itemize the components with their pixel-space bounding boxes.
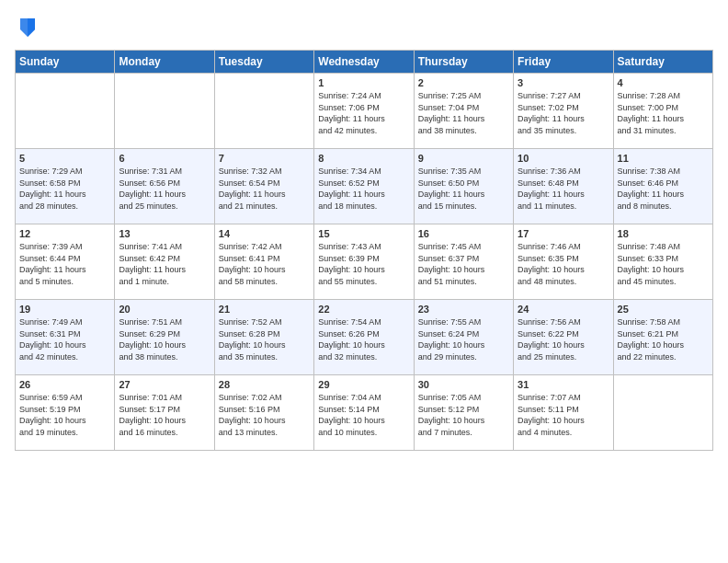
day-info: Sunrise: 7:54 AM Sunset: 6:26 PM Dayligh…: [318, 316, 409, 362]
day-info: Sunrise: 7:55 AM Sunset: 6:24 PM Dayligh…: [418, 316, 509, 362]
day-number: 24: [518, 304, 609, 315]
column-header-saturday: Saturday: [613, 51, 712, 74]
calendar-cell: 16Sunrise: 7:45 AM Sunset: 6:37 PM Dayli…: [414, 224, 513, 300]
day-number: 20: [119, 304, 210, 315]
calendar-cell: 14Sunrise: 7:42 AM Sunset: 6:41 PM Dayli…: [214, 224, 313, 300]
column-header-monday: Monday: [115, 51, 214, 74]
day-info: Sunrise: 7:31 AM Sunset: 6:56 PM Dayligh…: [119, 166, 210, 212]
calendar-cell: 27Sunrise: 7:01 AM Sunset: 5:17 PM Dayli…: [115, 375, 214, 451]
day-info: Sunrise: 7:46 AM Sunset: 6:35 PM Dayligh…: [518, 241, 609, 287]
day-info: Sunrise: 7:42 AM Sunset: 6:41 PM Dayligh…: [219, 241, 310, 287]
day-number: 17: [518, 228, 609, 239]
calendar-cell: 1Sunrise: 7:24 AM Sunset: 7:06 PM Daylig…: [314, 74, 414, 149]
svg-marker-1: [28, 18, 35, 37]
day-info: Sunrise: 7:56 AM Sunset: 6:22 PM Dayligh…: [518, 316, 609, 362]
calendar-cell: 26Sunrise: 6:59 AM Sunset: 5:19 PM Dayli…: [16, 375, 115, 451]
calendar-cell: 6Sunrise: 7:31 AM Sunset: 6:56 PM Daylig…: [115, 149, 214, 224]
day-info: Sunrise: 7:36 AM Sunset: 6:48 PM Dayligh…: [518, 166, 609, 212]
day-number: 30: [418, 379, 509, 390]
day-number: 15: [318, 228, 409, 239]
calendar-cell: [613, 375, 712, 451]
calendar-cell: 22Sunrise: 7:54 AM Sunset: 6:26 PM Dayli…: [314, 300, 414, 375]
header: [15, 15, 713, 40]
day-number: 21: [219, 304, 310, 315]
day-info: Sunrise: 7:05 AM Sunset: 5:12 PM Dayligh…: [418, 392, 509, 438]
day-number: 14: [219, 228, 310, 239]
day-number: 12: [19, 228, 110, 239]
day-number: 8: [318, 153, 409, 164]
day-number: 31: [518, 379, 609, 390]
day-number: 2: [418, 77, 509, 88]
day-number: 6: [119, 153, 210, 164]
logo-icon: [17, 15, 39, 40]
calendar-cell: 17Sunrise: 7:46 AM Sunset: 6:35 PM Dayli…: [514, 224, 613, 300]
day-number: 7: [219, 153, 310, 164]
day-number: 22: [318, 304, 409, 315]
day-number: 19: [19, 304, 110, 315]
page: SundayMondayTuesdayWednesdayThursdayFrid…: [0, 0, 728, 563]
column-header-friday: Friday: [514, 51, 613, 74]
calendar-cell: 20Sunrise: 7:51 AM Sunset: 6:29 PM Dayli…: [115, 300, 214, 375]
week-row-1: 1Sunrise: 7:24 AM Sunset: 7:06 PM Daylig…: [16, 74, 713, 149]
calendar-cell: 25Sunrise: 7:58 AM Sunset: 6:21 PM Dayli…: [613, 300, 712, 375]
calendar-cell: 12Sunrise: 7:39 AM Sunset: 6:44 PM Dayli…: [16, 224, 115, 300]
day-number: 4: [618, 77, 709, 88]
calendar-cell: 5Sunrise: 7:29 AM Sunset: 6:58 PM Daylig…: [16, 149, 115, 224]
day-info: Sunrise: 7:52 AM Sunset: 6:28 PM Dayligh…: [219, 316, 310, 362]
day-info: Sunrise: 7:27 AM Sunset: 7:02 PM Dayligh…: [518, 90, 609, 136]
day-number: 16: [418, 228, 509, 239]
calendar-cell: 23Sunrise: 7:55 AM Sunset: 6:24 PM Dayli…: [414, 300, 513, 375]
day-info: Sunrise: 7:29 AM Sunset: 6:58 PM Dayligh…: [19, 166, 110, 212]
day-info: Sunrise: 7:07 AM Sunset: 5:11 PM Dayligh…: [518, 392, 609, 438]
day-number: 13: [119, 228, 210, 239]
calendar-cell: 8Sunrise: 7:34 AM Sunset: 6:52 PM Daylig…: [314, 149, 414, 224]
calendar-cell: 3Sunrise: 7:27 AM Sunset: 7:02 PM Daylig…: [514, 74, 613, 149]
column-header-thursday: Thursday: [414, 51, 513, 74]
calendar-cell: 15Sunrise: 7:43 AM Sunset: 6:39 PM Dayli…: [314, 224, 414, 300]
calendar-table: SundayMondayTuesdayWednesdayThursdayFrid…: [15, 50, 713, 451]
day-info: Sunrise: 7:25 AM Sunset: 7:04 PM Dayligh…: [418, 90, 509, 136]
calendar-cell: 18Sunrise: 7:48 AM Sunset: 6:33 PM Dayli…: [613, 224, 712, 300]
calendar-cell: 29Sunrise: 7:04 AM Sunset: 5:14 PM Dayli…: [314, 375, 414, 451]
week-row-5: 26Sunrise: 6:59 AM Sunset: 5:19 PM Dayli…: [16, 375, 713, 451]
day-info: Sunrise: 7:49 AM Sunset: 6:31 PM Dayligh…: [19, 316, 110, 362]
calendar-cell: [115, 74, 214, 149]
day-number: 27: [119, 379, 210, 390]
day-info: Sunrise: 7:28 AM Sunset: 7:00 PM Dayligh…: [618, 90, 709, 136]
day-info: Sunrise: 7:32 AM Sunset: 6:54 PM Dayligh…: [219, 166, 310, 212]
calendar-cell: [214, 74, 313, 149]
day-number: 25: [618, 304, 709, 315]
calendar-cell: 10Sunrise: 7:36 AM Sunset: 6:48 PM Dayli…: [514, 149, 613, 224]
calendar-cell: 7Sunrise: 7:32 AM Sunset: 6:54 PM Daylig…: [214, 149, 313, 224]
header-row: SundayMondayTuesdayWednesdayThursdayFrid…: [16, 51, 713, 74]
day-number: 29: [318, 379, 409, 390]
week-row-3: 12Sunrise: 7:39 AM Sunset: 6:44 PM Dayli…: [16, 224, 713, 300]
day-info: Sunrise: 7:39 AM Sunset: 6:44 PM Dayligh…: [19, 241, 110, 287]
logo: [15, 15, 39, 40]
calendar-cell: 24Sunrise: 7:56 AM Sunset: 6:22 PM Dayli…: [514, 300, 613, 375]
day-number: 5: [19, 153, 110, 164]
day-info: Sunrise: 7:45 AM Sunset: 6:37 PM Dayligh…: [418, 241, 509, 287]
calendar-cell: 30Sunrise: 7:05 AM Sunset: 5:12 PM Dayli…: [414, 375, 513, 451]
calendar-cell: 13Sunrise: 7:41 AM Sunset: 6:42 PM Dayli…: [115, 224, 214, 300]
day-number: 23: [418, 304, 509, 315]
day-info: Sunrise: 7:04 AM Sunset: 5:14 PM Dayligh…: [318, 392, 409, 438]
day-number: 28: [219, 379, 310, 390]
calendar-cell: 2Sunrise: 7:25 AM Sunset: 7:04 PM Daylig…: [414, 74, 513, 149]
calendar-cell: 4Sunrise: 7:28 AM Sunset: 7:00 PM Daylig…: [613, 74, 712, 149]
calendar-cell: 19Sunrise: 7:49 AM Sunset: 6:31 PM Dayli…: [16, 300, 115, 375]
day-info: Sunrise: 6:59 AM Sunset: 5:19 PM Dayligh…: [19, 392, 110, 438]
week-row-2: 5Sunrise: 7:29 AM Sunset: 6:58 PM Daylig…: [16, 149, 713, 224]
column-header-tuesday: Tuesday: [214, 51, 313, 74]
day-number: 9: [418, 153, 509, 164]
day-info: Sunrise: 7:58 AM Sunset: 6:21 PM Dayligh…: [618, 316, 709, 362]
day-info: Sunrise: 7:38 AM Sunset: 6:46 PM Dayligh…: [618, 166, 709, 212]
column-header-wednesday: Wednesday: [314, 51, 414, 74]
day-info: Sunrise: 7:51 AM Sunset: 6:29 PM Dayligh…: [119, 316, 210, 362]
calendar-cell: 31Sunrise: 7:07 AM Sunset: 5:11 PM Dayli…: [514, 375, 613, 451]
calendar-cell: 11Sunrise: 7:38 AM Sunset: 6:46 PM Dayli…: [613, 149, 712, 224]
day-number: 11: [618, 153, 709, 164]
day-number: 10: [518, 153, 609, 164]
calendar-cell: 9Sunrise: 7:35 AM Sunset: 6:50 PM Daylig…: [414, 149, 513, 224]
calendar-cell: 21Sunrise: 7:52 AM Sunset: 6:28 PM Dayli…: [214, 300, 313, 375]
